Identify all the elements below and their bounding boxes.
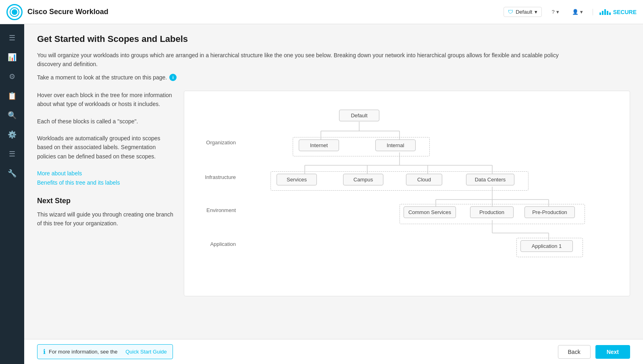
secure-label: SECURE xyxy=(613,9,637,15)
back-button[interactable]: Back xyxy=(558,345,591,359)
cisco-logo-bars xyxy=(599,9,611,15)
diagram-container: Organization Infrastructure Environment … xyxy=(194,101,620,286)
diagram-panel: Organization Infrastructure Environment … xyxy=(184,91,630,296)
sidebar-item-dashboard[interactable]: 📊 xyxy=(3,48,21,66)
chevron-down-icon-user: ▾ xyxy=(580,9,583,15)
label-organization: Organization xyxy=(194,139,242,146)
label-environment: Environment xyxy=(194,207,242,213)
sidebar-item-list[interactable]: ☰ xyxy=(3,145,21,163)
info-icon[interactable]: i xyxy=(169,74,177,81)
more-labels-link[interactable]: More about labels xyxy=(37,170,82,177)
page-hint: Take a moment to look at the structure o… xyxy=(37,74,630,81)
chevron-down-icon-help: ▾ xyxy=(556,9,559,15)
scope-def-section: Each of these blocks is called a "scope"… xyxy=(37,117,174,126)
next-step-section: Next Step This wizard will guide you thr… xyxy=(37,195,174,228)
content-area: Hover over each block in the tree for mo… xyxy=(37,91,630,296)
scope-def-text: Each of these blocks is called a "scope"… xyxy=(37,117,174,126)
app-header: Cisco Secure Workload 🛡 Default ▾ ? ▾ 👤 … xyxy=(0,0,643,24)
links-section: More about labels Benefits of this tree … xyxy=(37,169,174,187)
footer-info-icon: ℹ xyxy=(43,348,46,356)
footer-buttons: Back Next xyxy=(558,345,630,359)
benefits-link[interactable]: Benefits of this tree and its labels xyxy=(37,179,120,186)
quick-start-guide-link[interactable]: Quick Start Guide xyxy=(125,349,167,355)
hint-text: Take a moment to look at the structure o… xyxy=(37,74,167,81)
main-inner: Get Started with Scopes and Labels You w… xyxy=(24,24,643,339)
scope-preproduction[interactable]: Pre-Production xyxy=(524,206,575,218)
page-description: You will organize your workloads into gr… xyxy=(37,51,561,69)
scope-application1[interactable]: Application 1 xyxy=(520,240,573,252)
footer: ℹ For more information, see the Quick St… xyxy=(24,339,643,364)
sidebar-item-settings[interactable]: ⚙️ xyxy=(3,126,21,144)
bar2 xyxy=(602,11,603,15)
diagram-lines xyxy=(194,101,620,286)
cisco-brand: SECURE xyxy=(593,9,637,15)
scope-default[interactable]: Default xyxy=(339,110,379,121)
bar5 xyxy=(609,12,611,15)
hover-info-text: Hover over each block in the tree for mo… xyxy=(37,91,174,109)
hover-info-section: Hover over each block in the tree for mo… xyxy=(37,91,174,109)
scope-cloud[interactable]: Cloud xyxy=(406,174,442,185)
next-step-title: Next Step xyxy=(37,195,174,207)
bar4 xyxy=(607,11,608,15)
question-icon: ? xyxy=(551,9,554,15)
scope-commonservices[interactable]: Common Services xyxy=(404,206,456,218)
scope-campus[interactable]: Campus xyxy=(343,174,383,185)
user-button[interactable]: 👤 ▾ xyxy=(569,7,586,17)
logo-area: Cisco Secure Workload xyxy=(6,4,504,20)
scope-internal[interactable]: Internal xyxy=(375,139,416,151)
page-title: Get Started with Scopes and Labels xyxy=(37,34,630,44)
logo-inner-circle xyxy=(12,9,17,15)
app-title: Cisco Secure Workload xyxy=(27,8,108,16)
main-content: Get Started with Scopes and Labels You w… xyxy=(24,24,643,364)
next-step-text: This wizard will guide you through creat… xyxy=(37,210,174,228)
help-button[interactable]: ? ▾ xyxy=(548,7,562,17)
sidebar-item-reports[interactable]: 📋 xyxy=(3,87,21,105)
scope-datacenters[interactable]: Data Centers xyxy=(466,174,514,185)
footer-info-text: For more information, see the xyxy=(49,349,118,355)
app-body: ☰ 📊 ⚙ 📋 🔍 ⚙️ ☰ 🔧 Get Started with Scopes… xyxy=(0,24,643,364)
app-logo xyxy=(6,4,23,20)
user-icon: 👤 xyxy=(572,9,578,15)
sidebar: ☰ 📊 ⚙ 📋 🔍 ⚙️ ☰ 🔧 xyxy=(0,24,24,364)
default-dropdown[interactable]: 🛡 Default ▾ xyxy=(504,7,542,17)
scope-production[interactable]: Production xyxy=(470,206,514,218)
header-right: 🛡 Default ▾ ? ▾ 👤 ▾ SECURE xyxy=(504,7,637,17)
next-button[interactable]: Next xyxy=(595,345,630,359)
chevron-down-icon: ▾ xyxy=(535,9,537,15)
workload-info-text: Workloads are automatically grouped into… xyxy=(37,134,174,161)
bar1 xyxy=(599,12,601,15)
scope-internet[interactable]: Internet xyxy=(299,139,339,151)
label-infrastructure: Infrastructure xyxy=(194,174,242,180)
sidebar-item-menu[interactable]: ☰ xyxy=(3,29,21,47)
label-application: Application xyxy=(194,241,242,247)
sidebar-item-investigate[interactable]: 🔍 xyxy=(3,106,21,124)
sidebar-item-tools[interactable]: 🔧 xyxy=(3,164,21,182)
footer-info: ℹ For more information, see the Quick St… xyxy=(37,344,173,359)
bar3 xyxy=(604,9,606,15)
workload-info-section: Workloads are automatically grouped into… xyxy=(37,134,174,161)
default-label: Default xyxy=(516,9,532,15)
sidebar-item-workloads[interactable]: ⚙ xyxy=(3,68,21,85)
shield-icon: 🛡 xyxy=(508,9,513,15)
left-panel: Hover over each block in the tree for mo… xyxy=(37,91,174,296)
scope-services[interactable]: Services xyxy=(277,174,317,185)
